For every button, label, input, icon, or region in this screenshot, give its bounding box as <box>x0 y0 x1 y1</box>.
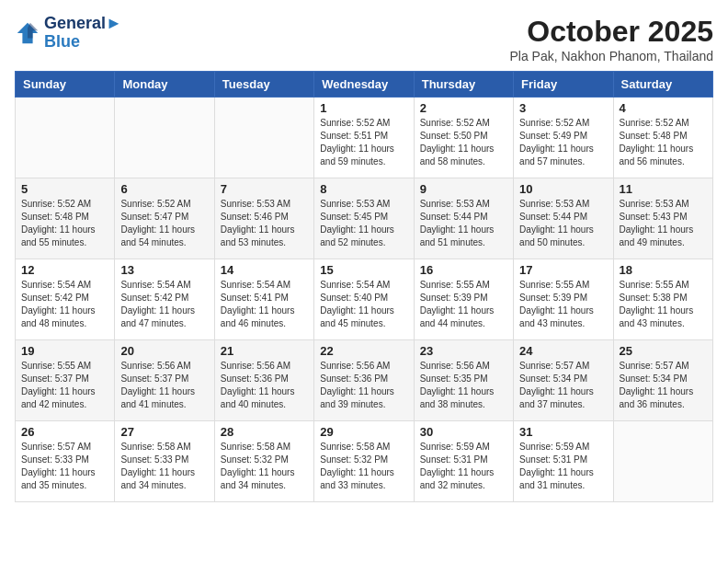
day-number: 18 <box>620 263 707 277</box>
calendar-cell <box>115 98 214 178</box>
day-number: 27 <box>120 425 208 439</box>
calendar-cell: 16Sunrise: 5:55 AMSunset: 5:39 PMDayligh… <box>414 259 513 340</box>
month-title: October 2025 <box>509 15 713 49</box>
calendar-cell: 2Sunrise: 5:52 AMSunset: 5:50 PMDaylight… <box>414 98 513 178</box>
day-number: 3 <box>519 101 607 115</box>
calendar-cell: 29Sunrise: 5:58 AMSunset: 5:32 PMDayligh… <box>314 421 414 502</box>
day-number: 13 <box>120 263 208 277</box>
day-info: Sunrise: 5:55 AMSunset: 5:39 PMDaylight:… <box>420 279 507 330</box>
calendar-cell: 31Sunrise: 5:59 AMSunset: 5:31 PMDayligh… <box>514 421 613 502</box>
day-number: 29 <box>320 425 407 439</box>
calendar-cell: 3Sunrise: 5:52 AMSunset: 5:49 PMDaylight… <box>514 98 613 178</box>
day-number: 6 <box>120 182 208 196</box>
day-number: 7 <box>221 182 308 196</box>
day-info: Sunrise: 5:55 AMSunset: 5:37 PMDaylight:… <box>21 360 108 411</box>
calendar-cell <box>214 98 313 178</box>
day-number: 12 <box>21 263 108 277</box>
day-info: Sunrise: 5:52 AMSunset: 5:47 PMDaylight:… <box>120 198 208 249</box>
weekday-header-sunday: Sunday <box>16 72 115 98</box>
day-info: Sunrise: 5:52 AMSunset: 5:49 PMDaylight:… <box>519 117 607 168</box>
calendar-cell: 4Sunrise: 5:52 AMSunset: 5:48 PMDaylight… <box>613 98 712 178</box>
day-info: Sunrise: 5:53 AMSunset: 5:44 PMDaylight:… <box>420 198 507 249</box>
day-info: Sunrise: 5:53 AMSunset: 5:46 PMDaylight:… <box>221 198 308 249</box>
day-info: Sunrise: 5:52 AMSunset: 5:50 PMDaylight:… <box>420 117 507 168</box>
day-number: 16 <box>420 263 507 277</box>
day-info: Sunrise: 5:54 AMSunset: 5:42 PMDaylight:… <box>120 279 208 330</box>
day-info: Sunrise: 5:55 AMSunset: 5:38 PMDaylight:… <box>620 279 707 330</box>
calendar-cell: 13Sunrise: 5:54 AMSunset: 5:42 PMDayligh… <box>115 259 214 340</box>
day-number: 24 <box>519 344 607 358</box>
calendar-cell: 9Sunrise: 5:53 AMSunset: 5:44 PMDaylight… <box>414 178 513 259</box>
day-number: 5 <box>21 182 108 196</box>
day-number: 20 <box>120 344 208 358</box>
day-info: Sunrise: 5:56 AMSunset: 5:36 PMDaylight:… <box>221 360 308 411</box>
calendar-cell: 12Sunrise: 5:54 AMSunset: 5:42 PMDayligh… <box>16 259 115 340</box>
calendar-cell: 25Sunrise: 5:57 AMSunset: 5:34 PMDayligh… <box>613 340 712 421</box>
calendar-cell: 28Sunrise: 5:58 AMSunset: 5:32 PMDayligh… <box>214 421 313 502</box>
day-info: Sunrise: 5:59 AMSunset: 5:31 PMDaylight:… <box>420 441 507 492</box>
day-number: 9 <box>420 182 507 196</box>
weekday-header-saturday: Saturday <box>613 72 712 98</box>
calendar-cell: 21Sunrise: 5:56 AMSunset: 5:36 PMDayligh… <box>214 340 313 421</box>
calendar-cell: 6Sunrise: 5:52 AMSunset: 5:47 PMDaylight… <box>115 178 214 259</box>
calendar-cell: 15Sunrise: 5:54 AMSunset: 5:40 PMDayligh… <box>314 259 414 340</box>
weekday-header-friday: Friday <box>514 72 613 98</box>
week-row-4: 19Sunrise: 5:55 AMSunset: 5:37 PMDayligh… <box>16 340 713 421</box>
day-number: 10 <box>519 182 607 196</box>
calendar-cell: 24Sunrise: 5:57 AMSunset: 5:34 PMDayligh… <box>514 340 613 421</box>
calendar-cell: 20Sunrise: 5:56 AMSunset: 5:37 PMDayligh… <box>115 340 214 421</box>
calendar-cell: 18Sunrise: 5:55 AMSunset: 5:38 PMDayligh… <box>613 259 712 340</box>
day-info: Sunrise: 5:57 AMSunset: 5:33 PMDaylight:… <box>21 441 108 492</box>
day-number: 26 <box>21 425 108 439</box>
day-number: 19 <box>21 344 108 358</box>
title-block: October 2025 Pla Pak, Nakhon Phanom, Tha… <box>509 15 713 63</box>
day-info: Sunrise: 5:54 AMSunset: 5:42 PMDaylight:… <box>21 279 108 330</box>
calendar-cell: 27Sunrise: 5:58 AMSunset: 5:33 PMDayligh… <box>115 421 214 502</box>
calendar-cell: 22Sunrise: 5:56 AMSunset: 5:36 PMDayligh… <box>314 340 414 421</box>
day-info: Sunrise: 5:57 AMSunset: 5:34 PMDaylight:… <box>620 360 707 411</box>
day-number: 15 <box>320 263 407 277</box>
weekday-header-tuesday: Tuesday <box>214 72 313 98</box>
day-info: Sunrise: 5:58 AMSunset: 5:32 PMDaylight:… <box>320 441 407 492</box>
calendar-table: SundayMondayTuesdayWednesdayThursdayFrid… <box>15 71 713 502</box>
calendar-cell: 10Sunrise: 5:53 AMSunset: 5:44 PMDayligh… <box>514 178 613 259</box>
calendar-cell <box>16 98 115 178</box>
calendar-cell: 7Sunrise: 5:53 AMSunset: 5:46 PMDaylight… <box>214 178 313 259</box>
day-number: 2 <box>420 101 507 115</box>
svg-marker-1 <box>28 23 38 39</box>
calendar-cell: 1Sunrise: 5:52 AMSunset: 5:51 PMDaylight… <box>314 98 414 178</box>
day-info: Sunrise: 5:53 AMSunset: 5:45 PMDaylight:… <box>320 198 407 249</box>
day-number: 8 <box>320 182 407 196</box>
calendar-cell: 11Sunrise: 5:53 AMSunset: 5:43 PMDayligh… <box>613 178 712 259</box>
calendar-cell <box>613 421 712 502</box>
day-info: Sunrise: 5:59 AMSunset: 5:31 PMDaylight:… <box>519 441 607 492</box>
calendar-cell: 8Sunrise: 5:53 AMSunset: 5:45 PMDaylight… <box>314 178 414 259</box>
week-row-5: 26Sunrise: 5:57 AMSunset: 5:33 PMDayligh… <box>16 421 713 502</box>
day-info: Sunrise: 5:53 AMSunset: 5:43 PMDaylight:… <box>620 198 707 249</box>
day-number: 23 <box>420 344 507 358</box>
calendar-cell: 23Sunrise: 5:56 AMSunset: 5:35 PMDayligh… <box>414 340 513 421</box>
day-number: 28 <box>221 425 308 439</box>
day-number: 1 <box>320 101 407 115</box>
logo-text: General► Blue <box>44 15 122 52</box>
day-number: 11 <box>620 182 707 196</box>
day-info: Sunrise: 5:56 AMSunset: 5:35 PMDaylight:… <box>420 360 507 411</box>
day-number: 22 <box>320 344 407 358</box>
page-header: General► Blue October 2025 Pla Pak, Nakh… <box>15 15 713 63</box>
calendar-cell: 17Sunrise: 5:55 AMSunset: 5:39 PMDayligh… <box>514 259 613 340</box>
day-number: 25 <box>620 344 707 358</box>
week-row-1: 1Sunrise: 5:52 AMSunset: 5:51 PMDaylight… <box>16 98 713 178</box>
day-number: 17 <box>519 263 607 277</box>
calendar-cell: 14Sunrise: 5:54 AMSunset: 5:41 PMDayligh… <box>214 259 313 340</box>
day-number: 31 <box>519 425 607 439</box>
logo: General► Blue <box>15 15 122 52</box>
calendar-cell: 19Sunrise: 5:55 AMSunset: 5:37 PMDayligh… <box>16 340 115 421</box>
logo-icon <box>15 20 40 46</box>
weekday-header-thursday: Thursday <box>414 72 513 98</box>
day-info: Sunrise: 5:58 AMSunset: 5:32 PMDaylight:… <box>221 441 308 492</box>
week-row-3: 12Sunrise: 5:54 AMSunset: 5:42 PMDayligh… <box>16 259 713 340</box>
weekday-header-wednesday: Wednesday <box>314 72 414 98</box>
day-info: Sunrise: 5:53 AMSunset: 5:44 PMDaylight:… <box>519 198 607 249</box>
day-info: Sunrise: 5:56 AMSunset: 5:37 PMDaylight:… <box>120 360 208 411</box>
day-number: 4 <box>620 101 707 115</box>
